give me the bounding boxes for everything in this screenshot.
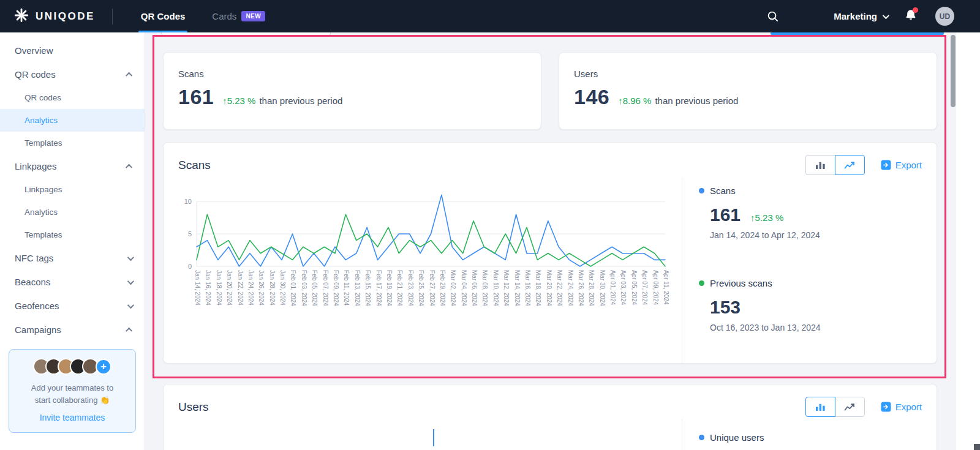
- svg-text:Feb 19, 2024: Feb 19, 2024: [386, 270, 393, 306]
- invite-teammates-link[interactable]: Invite teammates: [15, 413, 129, 422]
- tab-qr-codes[interactable]: QR Codes: [127, 0, 199, 32]
- right-gutter: [956, 32, 980, 450]
- svg-text:Feb 03, 2024: Feb 03, 2024: [301, 270, 307, 306]
- new-badge: NEW: [241, 11, 265, 21]
- stat-label: Users: [574, 69, 922, 79]
- nav-divider: [112, 9, 113, 24]
- export-button[interactable]: Export: [881, 160, 922, 170]
- chart-type-toggle: [805, 155, 865, 175]
- sidebar-item-linkpages[interactable]: Linkpages: [0, 178, 145, 201]
- sidebar-label: QR codes: [15, 69, 56, 80]
- svg-text:Jan 18, 2024: Jan 18, 2024: [216, 270, 222, 306]
- svg-text:Feb 07, 2024: Feb 07, 2024: [322, 270, 329, 306]
- svg-text:Apr 11, 2024: Apr 11, 2024: [663, 270, 669, 305]
- panel-divider: [682, 177, 682, 363]
- sidebar: Overview QR codes QR codes Analytics Tem…: [0, 32, 145, 450]
- legend-current-range: Jan 14, 2024 to Apr 12, 2024: [710, 230, 923, 240]
- invite-text-line1: Add your teammates to: [15, 382, 129, 394]
- tab-qr-codes-label: QR Codes: [141, 11, 186, 21]
- svg-text:Feb 15, 2024: Feb 15, 2024: [364, 270, 371, 306]
- scans-line-chart: 0510Jan 14, 2024Jan 16, 2024Jan 18, 2024…: [179, 178, 682, 329]
- svg-text:Feb 21, 2024: Feb 21, 2024: [396, 270, 403, 306]
- sidebar-label: Analytics: [24, 116, 58, 125]
- legend-current-row: Scans: [699, 186, 923, 196]
- svg-text:Feb 13, 2024: Feb 13, 2024: [354, 270, 361, 306]
- sidebar-group-campaigns[interactable]: Campaigns: [0, 318, 145, 342]
- primary-button-partial[interactable]: [771, 32, 944, 36]
- svg-text:Mar 10, 2024: Mar 10, 2024: [492, 270, 499, 306]
- svg-text:Jan 16, 2024: Jan 16, 2024: [205, 270, 211, 306]
- svg-text:Feb 05, 2024: Feb 05, 2024: [311, 270, 318, 306]
- brand-name: UNIQODE: [36, 10, 95, 23]
- search-icon[interactable]: [767, 10, 778, 22]
- sidebar-group-nfc-tags[interactable]: NFC tags: [0, 246, 145, 270]
- blue-dot-icon: [699, 188, 704, 193]
- legend-previous-row: Previous scans: [699, 278, 923, 288]
- notifications-button[interactable]: [905, 9, 917, 24]
- sidebar-label: Linkpages: [24, 185, 62, 194]
- svg-text:Mar 02, 2024: Mar 02, 2024: [450, 270, 456, 306]
- user-avatar[interactable]: UD: [935, 7, 954, 26]
- svg-text:Mar 18, 2024: Mar 18, 2024: [535, 270, 541, 306]
- sidebar-group-geofences[interactable]: Geofences: [0, 294, 145, 318]
- stat-label: Scans: [178, 69, 526, 79]
- scans-stat-card: Scans 161 ↑5.23 % than previous period: [163, 52, 541, 130]
- stat-value: 161: [178, 85, 214, 109]
- svg-text:Jan 28, 2024: Jan 28, 2024: [269, 270, 276, 306]
- line-chart-toggle-button[interactable]: [835, 397, 865, 417]
- workspace-dropdown[interactable]: Marketing: [834, 11, 888, 21]
- legend-current-delta: ↑5.23 %: [750, 212, 783, 223]
- svg-text:Feb 27, 2024: Feb 27, 2024: [429, 270, 435, 306]
- svg-text:Apr 05, 2024: Apr 05, 2024: [631, 270, 638, 306]
- chart-type-toggle: [805, 397, 865, 417]
- svg-text:Mar 26, 2024: Mar 26, 2024: [578, 270, 584, 306]
- sidebar-label: Templates: [24, 138, 62, 148]
- svg-text:Mar 16, 2024: Mar 16, 2024: [524, 270, 531, 306]
- sidebar-item-qr-codes[interactable]: QR codes: [0, 86, 145, 109]
- sidebar-item-analytics[interactable]: Analytics: [0, 109, 145, 132]
- bar-chart-toggle-button[interactable]: [805, 155, 835, 175]
- svg-text:Jan 26, 2024: Jan 26, 2024: [258, 270, 265, 306]
- topbar: UNIQODE QR Codes Cards NEW Marketing: [0, 0, 980, 32]
- sidebar-item-templates[interactable]: Templates: [0, 132, 145, 154]
- sidebar-label: Beacons: [15, 277, 50, 287]
- sidebar-item-linkpages-analytics[interactable]: Analytics: [0, 201, 145, 223]
- svg-text:0: 0: [188, 263, 192, 270]
- scans-legend-panel: Scans 161 ↑5.23 % Jan 14, 2024 to Apr 12…: [699, 186, 923, 332]
- sidebar-label: Linkpages: [15, 161, 56, 171]
- add-teammate-button[interactable]: +: [96, 359, 111, 375]
- line-chart-icon: [844, 161, 855, 170]
- svg-text:Mar 30, 2024: Mar 30, 2024: [599, 270, 606, 306]
- line-chart-toggle-button[interactable]: [835, 155, 865, 175]
- vertical-scrollbar-thumb[interactable]: [951, 35, 956, 107]
- sidebar-group-qr-codes[interactable]: QR codes: [0, 62, 145, 86]
- svg-text:Apr 01, 2024: Apr 01, 2024: [609, 270, 616, 306]
- svg-text:Apr 03, 2024: Apr 03, 2024: [620, 270, 627, 306]
- legend-current-value: 161: [710, 204, 741, 225]
- tab-cards[interactable]: Cards NEW: [198, 0, 279, 32]
- chevron-down-icon: [127, 253, 134, 260]
- sidebar-item-linkpages-templates[interactable]: Templates: [0, 223, 145, 246]
- brand-logo[interactable]: UNIQODE: [13, 7, 95, 26]
- app-root: UNIQODE QR Codes Cards NEW Marketing: [0, 0, 980, 450]
- stat-compare-text: than previous period: [655, 96, 738, 106]
- scans-chart-card: Scans Export 0510Jan 14, 2024Jan 16, 202…: [163, 142, 937, 364]
- line-chart-icon: [844, 403, 855, 411]
- green-dot-icon: [699, 280, 704, 286]
- svg-text:Jan 22, 2024: Jan 22, 2024: [237, 270, 244, 306]
- bar-chart-toggle-button[interactable]: [805, 397, 835, 417]
- bar-chart-icon: [815, 402, 826, 411]
- svg-text:Jan 30, 2024: Jan 30, 2024: [279, 270, 286, 306]
- svg-text:Jan 24, 2024: Jan 24, 2024: [247, 270, 254, 306]
- sidebar-group-linkpages[interactable]: Linkpages: [0, 154, 145, 178]
- sidebar-group-beacons[interactable]: Beacons: [0, 270, 145, 294]
- sidebar-label: NFC tags: [15, 253, 53, 263]
- invite-teammates-card: + Add your teammates to start collaborat…: [9, 349, 136, 433]
- svg-text:Mar 14, 2024: Mar 14, 2024: [514, 270, 521, 306]
- sidebar-item-overview[interactable]: Overview: [0, 39, 145, 62]
- svg-text:Feb 29, 2024: Feb 29, 2024: [439, 270, 446, 306]
- export-button[interactable]: Export: [881, 402, 922, 412]
- filter-dropdown-partial[interactable]: [161, 32, 331, 36]
- users-legend-row: Unique users: [699, 432, 764, 443]
- svg-text:Jan 14, 2024: Jan 14, 2024: [194, 270, 201, 306]
